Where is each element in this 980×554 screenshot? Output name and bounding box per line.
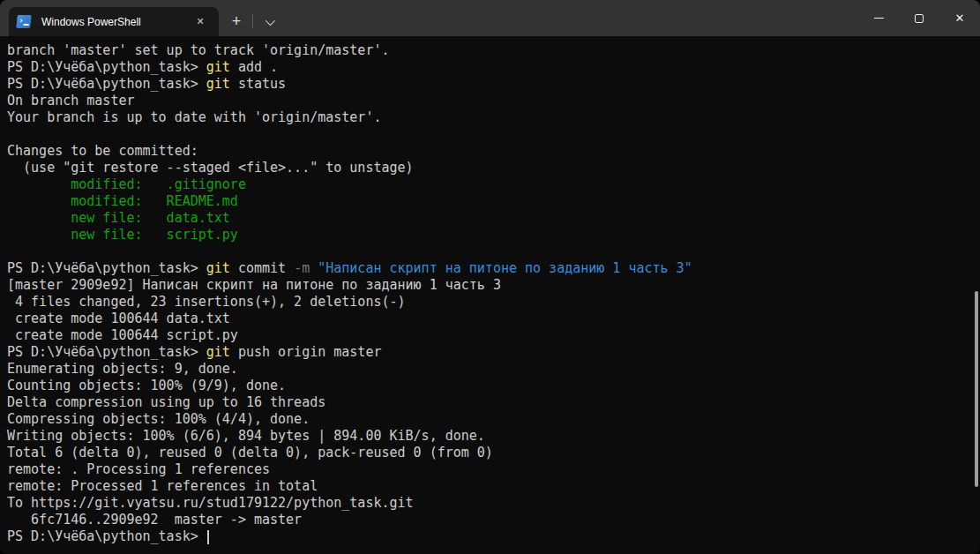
- maximize-icon: [915, 14, 924, 23]
- terminal-line: (use "git restore --staged <file>..." to…: [7, 160, 980, 176]
- terminal-line: PS D:\Учёба\python_task> git status: [7, 76, 980, 93]
- minimize-button[interactable]: [858, 0, 899, 36]
- terminal-line: remote: . Processing 1 references: [7, 461, 980, 478]
- terminal-line: On branch master: [7, 93, 980, 109]
- powershell-icon: ›: [16, 15, 32, 28]
- terminal-line: modified: README.md: [7, 193, 980, 210]
- terminal-line: Enumerating objects: 9, done.: [7, 361, 980, 378]
- scrollbar-thumb[interactable]: [975, 291, 978, 487]
- terminal-line: To https://git.vyatsu.ru/stud179122/pyth…: [7, 495, 980, 512]
- terminal-line: [master 2909e92] Написан скрипт на питон…: [7, 277, 980, 294]
- terminal-line: create mode 100644 data.txt: [7, 311, 980, 327]
- titlebar[interactable]: › Windows PowerShell ✕ + ✕: [0, 0, 980, 36]
- terminal-output[interactable]: branch 'master' set up to track 'origin/…: [0, 36, 980, 554]
- tab-windows-powershell[interactable]: › Windows PowerShell ✕: [9, 7, 219, 36]
- terminal-line: create mode 100644 script.py: [7, 327, 980, 344]
- terminal-line: modified: .gitignore: [7, 176, 980, 193]
- terminal-line: Total 6 (delta 0), reused 0 (delta 0), p…: [7, 445, 980, 461]
- terminal-line: 6fc7146..2909e92 master -> master: [7, 512, 980, 528]
- terminal-line: Compressing objects: 100% (4/4), done.: [7, 411, 980, 428]
- chevron-down-icon: [266, 15, 275, 25]
- close-button[interactable]: ✕: [939, 0, 980, 36]
- terminal-line: PS D:\Учёба\python_task> git push origin…: [7, 344, 980, 361]
- terminal-line: branch 'master' set up to track 'origin/…: [7, 42, 980, 59]
- terminal-line: Your branch is up to date with 'origin/m…: [7, 109, 980, 126]
- terminal-line: Delta compression using up to 16 threads: [7, 394, 980, 411]
- text-cursor: [207, 530, 209, 544]
- tab-dropdown-button[interactable]: [253, 7, 285, 36]
- minimize-icon: [874, 18, 884, 19]
- window-controls: ✕: [858, 0, 980, 36]
- terminal-line: new file: data.txt: [7, 210, 980, 227]
- terminal-window: › Windows PowerShell ✕ + ✕ branch 'maste…: [0, 0, 980, 554]
- terminal-line: Changes to be committed:: [7, 143, 980, 160]
- maximize-button[interactable]: [899, 0, 939, 36]
- terminal-line: Counting objects: 100% (9/9), done.: [7, 378, 980, 394]
- terminal-line: [7, 126, 980, 143]
- terminal-line: Writing objects: 100% (6/6), 894 bytes |…: [7, 428, 980, 445]
- terminal-line: 4 files changed, 23 insertions(+), 2 del…: [7, 294, 980, 311]
- terminal-line: PS D:\Учёба\python_task> git add .: [7, 59, 980, 76]
- tab-title: Windows PowerShell: [41, 16, 191, 28]
- terminal-line: remote: Processed 1 references in total: [7, 478, 980, 495]
- tab-close-icon[interactable]: ✕: [191, 12, 210, 32]
- terminal-line: new file: script.py: [7, 227, 980, 243]
- terminal-line: PS D:\Учёба\python_task> git commit -m "…: [7, 260, 980, 277]
- terminal-line: [7, 243, 980, 260]
- terminal-line: PS D:\Учёба\python_task>: [7, 528, 980, 545]
- new-tab-button[interactable]: +: [221, 7, 252, 36]
- close-icon: ✕: [955, 12, 965, 24]
